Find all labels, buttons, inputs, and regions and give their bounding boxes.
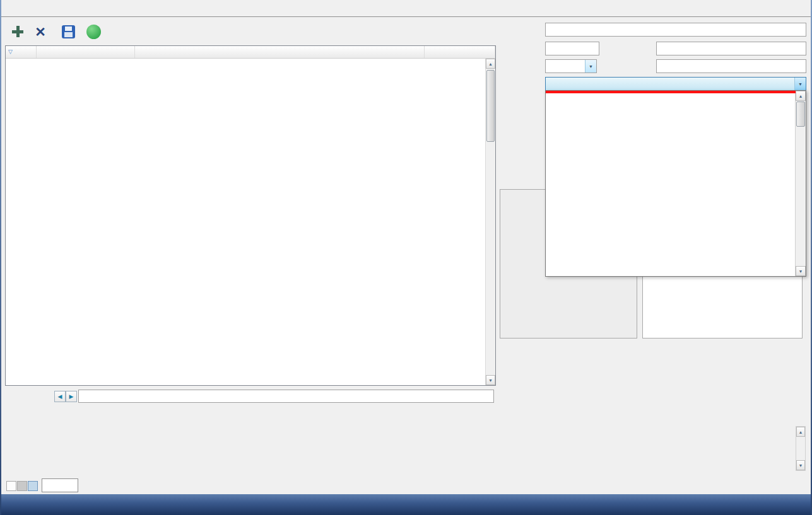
palette-row-bottom	[6, 458, 793, 471]
units-combobox[interactable]: ▼	[545, 59, 597, 73]
semantics-table: ▽ ▲ ▼	[5, 45, 496, 386]
palette-row-top	[6, 426, 793, 458]
palette-depth-selector[interactable]	[5, 478, 40, 494]
scroll-up-icon[interactable]: ▲	[486, 59, 495, 69]
depth-swatch-1[interactable]	[6, 481, 16, 491]
column-header-code[interactable]: ▽	[6, 46, 37, 58]
help-icon	[86, 25, 101, 39]
depth-swatch-3[interactable]	[28, 481, 38, 491]
search-prev-button[interactable]: ◀	[54, 391, 66, 402]
window-frame-bottom	[0, 494, 812, 515]
alias-input[interactable]	[656, 59, 806, 73]
dropdown-scrollbar[interactable]: ▲ ▼	[795, 91, 806, 276]
tab-bar	[1, 1, 811, 17]
add-button[interactable]	[9, 23, 26, 40]
scroll-up-icon[interactable]: ▲	[796, 427, 805, 437]
type-dropdown-list: ▲ ▼	[545, 90, 806, 277]
delete-icon: ✕	[35, 25, 46, 38]
save-icon	[62, 25, 75, 38]
table-scrollbar[interactable]: ▲ ▼	[485, 59, 495, 385]
scrollbar-thumb[interactable]	[486, 70, 495, 142]
column-header-name[interactable]	[135, 46, 425, 58]
chevron-down-icon[interactable]: ▼	[585, 60, 596, 72]
table-header: ▽	[6, 46, 495, 59]
search-next-button[interactable]: ▶	[66, 391, 77, 402]
key-input[interactable]	[656, 42, 806, 55]
red-highlight-box	[546, 91, 796, 93]
save-button[interactable]	[59, 23, 77, 40]
type-combobox[interactable]: ▼	[545, 77, 806, 91]
app-window: ✕ ▽ ▲ ▼ ◀ ▶ ▼	[0, 0, 812, 515]
column-header-key[interactable]	[37, 46, 135, 58]
palette-scrollbar[interactable]: ▲ ▼	[796, 426, 806, 471]
scroll-down-icon[interactable]: ▼	[796, 266, 806, 276]
scroll-up-icon[interactable]: ▲	[796, 91, 806, 101]
plus-icon	[11, 25, 25, 38]
scroll-down-icon[interactable]: ▼	[796, 460, 805, 470]
name-input[interactable]	[545, 23, 806, 37]
delete-button[interactable]: ✕	[32, 23, 49, 40]
scrollbar-thumb[interactable]	[796, 101, 805, 127]
scroll-down-icon[interactable]: ▼	[486, 375, 495, 385]
depth-swatch-2[interactable]	[17, 481, 27, 491]
help-button[interactable]	[85, 23, 102, 40]
chevron-down-icon[interactable]: ▼	[794, 78, 806, 90]
sort-filter-icon[interactable]: ▽	[8, 46, 13, 58]
table-body	[6, 59, 485, 385]
window-frame-left	[0, 0, 1, 515]
search-input[interactable]	[78, 390, 494, 403]
column-header-props[interactable]	[425, 46, 495, 58]
code-input[interactable]	[545, 42, 599, 55]
zoom-input[interactable]	[42, 478, 78, 492]
